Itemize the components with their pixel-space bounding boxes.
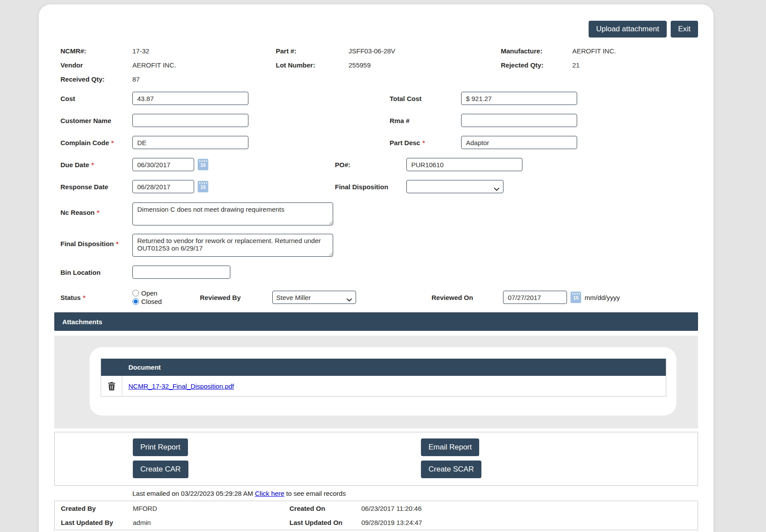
required-asterisk: * <box>91 161 94 169</box>
audit-info-box: Created By MFORD Created On 06/23/2017 1… <box>54 501 698 530</box>
required-asterisk: * <box>422 139 425 146</box>
final-disposition-label: Final Disposition* <box>60 234 132 247</box>
lot-number-value: 255959 <box>349 61 501 69</box>
manufacture-value: AEROFIT INC. <box>572 47 698 55</box>
status-open-label: Open <box>141 289 158 297</box>
row-bin-location: Bin Location <box>54 266 698 279</box>
total-cost-label: Total Cost <box>390 95 461 102</box>
created-on-label: Created On <box>289 505 361 512</box>
last-emailed-note: Last emailed on 03/22/2023 05:29:28 AM C… <box>54 490 698 497</box>
calendar-icon-day: 15 <box>573 295 578 301</box>
documents-table-header: Document <box>101 359 666 376</box>
total-cost-input[interactable] <box>461 92 577 105</box>
final-disposition-dropdown-label: Final Disposition <box>335 183 406 191</box>
email-report-button[interactable]: Email Report <box>421 438 479 456</box>
create-car-button[interactable]: Create CAR <box>133 461 188 478</box>
required-asterisk: * <box>116 240 119 247</box>
complain-code-label: Complain Code* <box>60 139 132 146</box>
row-cost: Cost Total Cost <box>54 92 698 105</box>
last-emailed-text: Last emailed on 03/22/2023 05:29:28 AM <box>132 490 253 497</box>
nc-reason-textarea[interactable]: Dimension C does not meet drawing requir… <box>132 202 333 225</box>
final-disposition-select-wrap <box>406 180 503 193</box>
ncmr-detail-page: Upload attachment Exit NCMR#: 17-32 Part… <box>0 0 766 532</box>
required-asterisk: * <box>83 294 86 301</box>
received-qty-label: Received Qty: <box>60 75 132 83</box>
calendar-icon[interactable]: 15 <box>198 159 208 170</box>
lot-number-label: Lot Number: <box>276 61 349 69</box>
upload-attachment-button[interactable]: Upload attachment <box>589 21 667 37</box>
part-number-value: JSFF03-06-28V <box>349 47 501 55</box>
due-date-label: Due Date* <box>60 161 132 169</box>
calendar-icon-day: 15 <box>200 162 206 169</box>
cost-input[interactable] <box>132 92 248 105</box>
delete-attachment-button[interactable] <box>101 376 122 396</box>
reviewed-on-label: Reviewed On <box>432 294 478 301</box>
bin-location-input[interactable] <box>132 266 230 279</box>
status-closed-option[interactable]: Closed <box>132 298 185 305</box>
calendar-icon[interactable]: 15 <box>571 292 581 303</box>
response-date-input[interactable] <box>132 180 194 193</box>
required-asterisk: * <box>111 139 114 146</box>
documents-table: Document NCMR_17-32_Final_Disposition.pd… <box>101 359 666 397</box>
row-due-date: Due Date* 15 PO#: <box>54 158 698 171</box>
ncmr-form-card: Upload attachment Exit NCMR#: 17-32 Part… <box>39 4 713 532</box>
last-emailed-suffix: to see email records <box>286 490 346 497</box>
row-status: Status* Open Closed Reviewed By Steve Mi… <box>54 289 698 305</box>
received-qty-value: 87 <box>132 75 276 83</box>
last-updated-by-value: admin <box>133 519 289 526</box>
last-updated-on-label: Last Updated On <box>289 519 361 526</box>
customer-name-label: Customer Name <box>60 117 132 124</box>
final-disposition-textarea[interactable]: Returned to vendor for rework or replace… <box>132 234 333 257</box>
ncmr-number-label: NCMR#: <box>60 47 132 55</box>
document-cell: NCMR_17-32_Final_Disposition.pdf <box>122 376 234 396</box>
last-updated-on-value: 09/28/2019 13:24:47 <box>361 519 698 526</box>
action-row: Print Report Email Report <box>133 438 698 456</box>
row-customer: Customer Name Rma # <box>54 114 698 127</box>
vendor-label: Vendor <box>60 61 132 69</box>
action-row: Create CAR Create SCAR <box>133 461 698 478</box>
po-label: PO#: <box>335 161 406 169</box>
document-column-header: Document <box>128 363 161 371</box>
calendar-icon[interactable]: 15 <box>198 181 208 192</box>
part-desc-input[interactable] <box>461 136 577 149</box>
document-link[interactable]: NCMR_17-32_Final_Disposition.pdf <box>128 382 234 390</box>
header-info-grid: NCMR#: 17-32 Part #: JSFF03-06-28V Manuf… <box>54 47 698 83</box>
created-by-value: MFORD <box>133 505 289 512</box>
customer-name-input[interactable] <box>132 114 248 127</box>
ncmr-number-value: 17-32 <box>132 47 276 55</box>
status-closed-radio[interactable] <box>132 298 139 305</box>
row-complain-code: Complain Code* Part Desc* <box>54 136 698 149</box>
rejected-qty-label: Rejected Qty: <box>501 61 572 69</box>
exit-button[interactable]: Exit <box>671 21 698 37</box>
table-row: NCMR_17-32_Final_Disposition.pdf <box>101 376 666 396</box>
rejected-qty-value: 21 <box>572 61 698 69</box>
due-date-input[interactable] <box>132 158 194 171</box>
row-response-date: Response Date 15 Final Disposition <box>54 180 698 193</box>
attachments-panel: Document NCMR_17-32_Final_Disposition.pd… <box>54 336 698 428</box>
status-label: Status* <box>60 294 132 301</box>
trash-icon <box>108 382 115 390</box>
status-closed-label: Closed <box>141 298 162 305</box>
complain-code-input[interactable] <box>132 136 248 149</box>
row-nc-reason: Nc Reason* Dimension C does not meet dra… <box>54 202 698 225</box>
po-input[interactable] <box>406 158 522 171</box>
last-updated-by-label: Last Updated By <box>61 519 133 526</box>
vendor-value: AEROFIT INC. <box>132 61 276 69</box>
reviewed-by-select[interactable]: Steve Miller <box>272 291 356 304</box>
status-radio-group: Open Closed <box>132 289 185 305</box>
cost-label: Cost <box>60 95 132 102</box>
created-by-label: Created By <box>61 505 133 512</box>
print-report-button[interactable]: Print Report <box>133 438 188 456</box>
attachments-inner-panel: Document NCMR_17-32_Final_Disposition.pd… <box>90 347 676 416</box>
rma-input[interactable] <box>461 114 577 127</box>
top-toolbar: Upload attachment Exit <box>54 4 698 37</box>
attachments-header: Attachments <box>54 312 698 331</box>
final-disposition-select[interactable] <box>406 180 503 193</box>
create-scar-button[interactable]: Create SCAR <box>421 461 481 478</box>
email-records-link[interactable]: Click here <box>255 490 285 497</box>
status-open-radio[interactable] <box>132 290 139 296</box>
reviewed-on-input[interactable] <box>503 291 567 304</box>
status-open-option[interactable]: Open <box>132 289 185 297</box>
nc-reason-label: Nc Reason* <box>60 202 132 216</box>
bin-location-label: Bin Location <box>60 269 132 276</box>
